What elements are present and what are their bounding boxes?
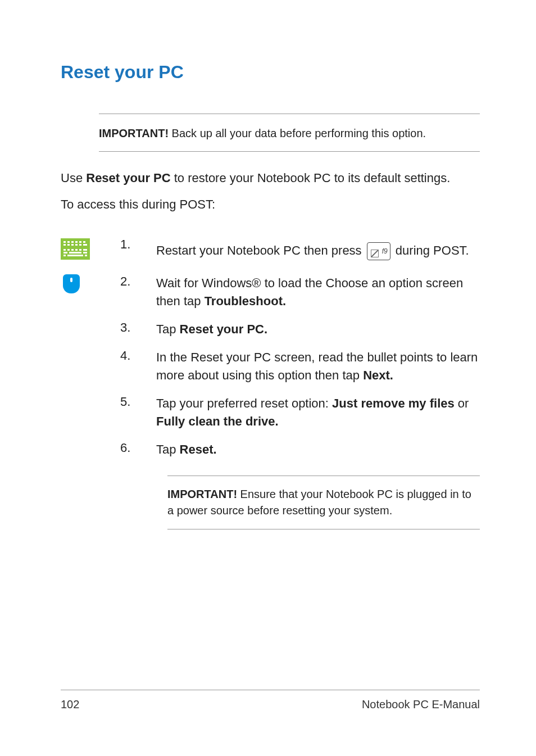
step-number: 4. [111, 348, 156, 363]
page-footer: 102 Notebook PC E-Manual [61, 690, 480, 711]
text-bold: Fully clean the drive. [156, 414, 279, 428]
text-bold: Reset your PC. [180, 322, 268, 336]
step-text: Tap your preferred reset option: Just re… [156, 395, 480, 431]
step-row: 3. Tap Reset your PC. [61, 320, 480, 338]
step-text: Restart your Notebook PC then press duri… [156, 237, 480, 264]
text-bold: Troubleshoot. [205, 294, 286, 308]
document-title: Notebook PC E-Manual [362, 698, 480, 711]
text-bold: Just remove my files [332, 396, 455, 410]
step-text: Tap Reset. [156, 441, 480, 459]
callout-label: IMPORTANT! [167, 488, 237, 500]
sub-intro: To access this during POST: [61, 197, 480, 212]
callout-label: IMPORTANT! [99, 127, 169, 139]
step-number: 1. [111, 237, 156, 252]
text-segment: Tap your preferred reset option: [156, 396, 332, 410]
intro-paragraph: Use Reset your PC to restore your Notebo… [61, 169, 480, 187]
step-number: 5. [111, 395, 156, 409]
step-text: Tap Reset your PC. [156, 320, 480, 338]
step-number: 6. [111, 441, 156, 455]
steps-list: 1. Restart your Notebook PC then press d… [61, 237, 480, 459]
icon-column [61, 237, 111, 260]
text-segment: Tap [156, 442, 180, 456]
page-title: Reset your PC [61, 62, 480, 83]
step-text: Wait for Windows® to load the Choose an … [156, 274, 480, 310]
text-bold: Next. [363, 368, 393, 382]
step-number: 2. [111, 274, 156, 289]
icon-column [61, 274, 111, 293]
step-text: In the Reset your PC screen, read the bu… [156, 348, 480, 384]
important-callout-bottom: IMPORTANT! Ensure that your Notebook PC … [167, 476, 480, 529]
f9-key-icon [367, 242, 390, 260]
important-callout-top: IMPORTANT! Back up all your data before … [99, 114, 480, 152]
intro-suffix: to restore your Notebook PC to its defau… [171, 171, 451, 185]
step-row: 1. Restart your Notebook PC then press d… [61, 237, 480, 264]
text-segment: Wait for Windows® to load the Choose an … [156, 276, 463, 308]
text-segment: Restart your Notebook PC then press [156, 243, 365, 257]
step-number: 3. [111, 320, 156, 335]
text-segment: Tap [156, 322, 180, 336]
page-number: 102 [61, 698, 79, 711]
text-segment: In the Reset your PC screen, read the bu… [156, 350, 478, 382]
keyboard-icon [61, 238, 90, 260]
step-row: 2. Wait for Windows® to load the Choose … [61, 274, 480, 310]
text-segment: or [455, 396, 469, 410]
text-segment: during POST. [392, 243, 469, 257]
text-bold: Reset. [180, 442, 217, 456]
step-row: 4. In the Reset your PC screen, read the… [61, 348, 480, 384]
intro-prefix: Use [61, 171, 86, 185]
callout-text: Back up all your data before performing … [169, 127, 426, 139]
mouse-icon [63, 274, 80, 293]
intro-bold: Reset your PC [86, 171, 170, 185]
step-row: 5. Tap your preferred reset option: Just… [61, 395, 480, 431]
step-row: 6. Tap Reset. [61, 441, 480, 459]
